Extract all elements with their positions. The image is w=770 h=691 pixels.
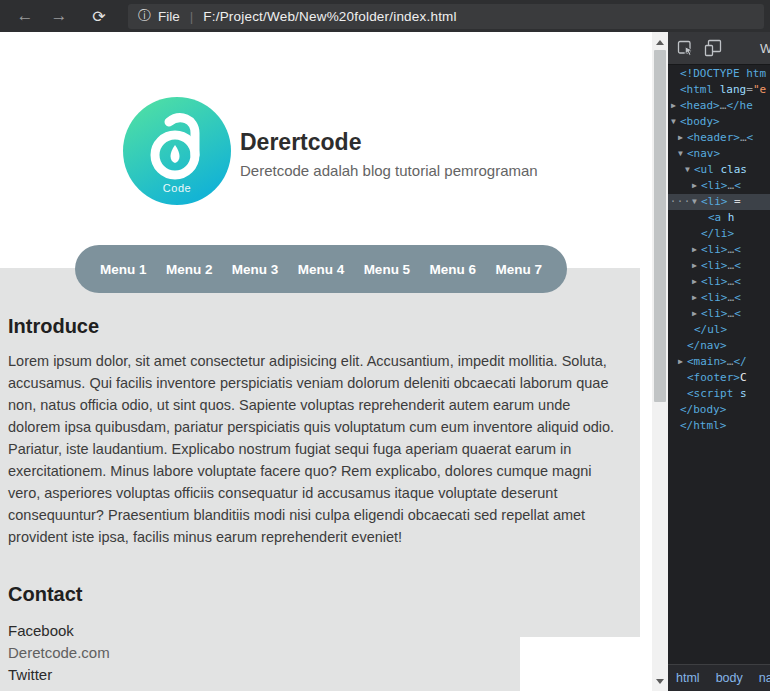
back-button-icon[interactable]: ← [8,6,42,26]
address-url[interactable]: F:/Project/Web/New%20folder/index.html [203,9,456,24]
dom-tree-row[interactable]: ···▼<li> = [668,194,770,210]
dom-tree-row[interactable]: ▼<body> [668,114,770,130]
collapse-arrow-icon[interactable]: ▼ [678,146,683,162]
collapse-arrow-icon[interactable]: ▼ [692,194,697,210]
expand-arrow-icon[interactable]: ▶ [678,354,683,370]
dom-tree-row[interactable]: <footer>C [668,370,770,386]
menu-item-2[interactable]: Menu 2 [166,262,213,277]
dom-tree-row[interactable]: ▶<head>…</he [668,98,770,114]
introduce-paragraph: Lorem ipsum dolor, sit amet consectetur … [8,350,622,548]
contact-link-facebook[interactable]: Facebook [8,620,110,642]
introduce-heading: Introduce [8,315,99,338]
dom-tree-row[interactable]: </nav> [668,338,770,354]
browser-window: ← → ⟳ ⓘ File | F:/Project/Web/New%20fold… [0,0,770,691]
dom-tree-row[interactable]: ▶<li>…< [668,306,770,322]
info-icon[interactable]: ⓘ [138,7,151,25]
breadcrumb-item-nav[interactable]: nav [759,671,770,685]
menu-item-7[interactable]: Menu 7 [495,262,542,277]
collapse-arrow-icon[interactable]: ▼ [685,162,690,178]
contact-link-deretcode-com[interactable]: Deretcode.com [8,642,110,664]
devtools-toolbar: Welcome [668,32,770,65]
menu-item-6[interactable]: Menu 6 [430,262,477,277]
expand-arrow-icon[interactable]: ▶ [671,98,676,114]
devtools-tab-welcome[interactable]: Welcome [760,41,770,56]
expand-arrow-icon[interactable]: ▶ [692,306,697,322]
dom-tree-row[interactable]: ▶<li>…< [668,178,770,194]
scroll-down-arrow-icon[interactable] [652,673,668,689]
dom-tree-row[interactable]: ▶<main>…</ [668,354,770,370]
dom-tree-row[interactable]: </ul> [668,322,770,338]
dom-tree-row[interactable]: ▶<li>…< [668,258,770,274]
contact-links: FacebookDeretcode.comTwitter [8,620,110,686]
scrollbar-thumb[interactable] [654,50,666,402]
menu-item-1[interactable]: Menu 1 [100,262,147,277]
dom-tree-row[interactable]: ▶<li>…< [668,242,770,258]
page-scrollbar[interactable] [652,32,668,691]
dom-tree-row[interactable]: ▼<ul clas [668,162,770,178]
dom-tree-row[interactable]: </body> [668,402,770,418]
contact-heading: Contact [8,583,82,606]
expand-arrow-icon[interactable]: ▶ [692,274,697,290]
dom-tree-row[interactable]: ▶<li>…< [668,290,770,306]
site-logo: Code [123,97,231,205]
dom-tree-row[interactable]: </html> [668,418,770,434]
file-scheme-label: File [158,9,180,24]
menu-item-3[interactable]: Menu 3 [232,262,279,277]
expand-arrow-icon[interactable]: ▶ [678,130,683,146]
expand-arrow-icon[interactable]: ▶ [692,242,697,258]
scroll-up-arrow-icon[interactable] [652,34,668,50]
dom-tree-row[interactable]: <html lang="e [668,82,770,98]
expand-arrow-icon[interactable]: ▶ [692,290,697,306]
dom-tree-row[interactable]: </li> [668,226,770,242]
page-viewport: Code Derertcode Deretcode adalah blog tu… [0,32,652,691]
site-subtitle: Deretcode adalah blog tutorial pemrogram… [240,162,538,179]
dom-tree-row[interactable]: ▶<header>…< [668,130,770,146]
devtools-breadcrumb: htmlbodynav [668,664,770,691]
logo-caption: Code [163,182,191,194]
expand-arrow-icon[interactable]: ▶ [692,258,697,274]
collapse-arrow-icon[interactable]: ▼ [671,114,676,130]
dom-tree-row[interactable]: <!DOCTYPE htm [668,66,770,82]
dom-tree-row[interactable]: ▶<li>…< [668,274,770,290]
forward-button-icon[interactable]: → [42,6,76,26]
menu-item-5[interactable]: Menu 5 [364,262,411,277]
dom-tree-row[interactable]: <script s [668,386,770,402]
browser-toolbar: ← → ⟳ ⓘ File | F:/Project/Web/New%20fold… [0,0,770,32]
dom-tree: <!DOCTYPE htm<html lang="e▶<head>…</he▼<… [668,66,770,434]
device-toolbar-icon[interactable] [704,39,722,57]
breadcrumb-item-body[interactable]: body [716,671,743,685]
selected-row-dots-icon[interactable]: ··· [670,194,691,210]
inspect-element-icon[interactable] [677,39,695,57]
site-title: Derertcode [240,129,361,156]
menu-item-4[interactable]: Menu 4 [298,262,345,277]
address-separator: | [190,9,194,24]
dom-tree-row[interactable]: ▼<nav> [668,146,770,162]
breadcrumb-item-html[interactable]: html [676,671,700,685]
expand-arrow-icon[interactable]: ▶ [692,178,697,194]
main-navigation: Menu 1Menu 2Menu 3Menu 4Menu 5Menu 6Menu… [75,245,567,293]
contact-link-twitter[interactable]: Twitter [8,664,110,686]
dom-tree-row[interactable]: <a h [668,210,770,226]
devtools-panel: Welcome <!DOCTYPE htm<html lang="e▶<head… [668,32,770,691]
address-bar[interactable]: ⓘ File | F:/Project/Web/New%20folder/ind… [128,4,764,29]
reload-button-icon[interactable]: ⟳ [84,7,114,26]
